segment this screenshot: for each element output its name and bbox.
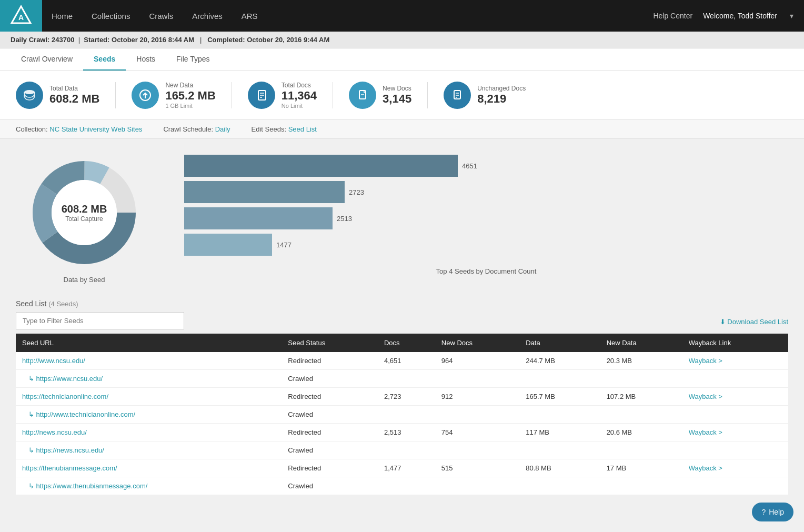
help-button[interactable]: ? Help xyxy=(752,503,793,511)
new-data-cell: 107.2 MB xyxy=(600,388,682,406)
edit-seeds-label: Edit Seeds: xyxy=(252,125,287,133)
sub-status-cell: Crawled xyxy=(282,406,378,424)
started-value: October 20, 2016 8:44 AM xyxy=(112,36,194,44)
wayback-cell: Wayback > xyxy=(682,388,788,406)
stat-unchanged-docs: Unchanged Docs 8,219 xyxy=(444,82,526,109)
wayback-link[interactable]: Wayback > xyxy=(689,464,722,472)
download-seed-list-link[interactable]: ⬇ Download Seed List xyxy=(720,318,788,326)
seed-list-link[interactable]: Seed List xyxy=(288,125,317,133)
nav-ars[interactable]: ARS xyxy=(232,0,267,32)
seed-url-link[interactable]: http://www.ncsu.edu/ xyxy=(22,357,85,365)
new-docs-cell: 754 xyxy=(435,424,519,441)
unchanged-docs-icon xyxy=(444,82,471,109)
docs-cell: 4,651 xyxy=(378,352,435,370)
bar-2 xyxy=(184,181,345,203)
total-docs-value: 11,364 xyxy=(282,89,317,103)
charts-section: 608.2 MB Total Capture Data by Seed 4651… xyxy=(0,139,804,299)
new-data-cell: 20.6 MB xyxy=(600,424,682,441)
new-docs-icon xyxy=(349,82,376,109)
table-row: http://news.ncsu.edu/ Redirected 2,513 7… xyxy=(16,424,788,441)
new-data-label: New Data xyxy=(165,82,215,89)
table-header-row: Seed URL Seed Status Docs New Docs Data … xyxy=(16,334,788,352)
tab-crawl-overview[interactable]: Crawl Overview xyxy=(11,48,83,71)
sub-row: ↳ http://www.technicianonline.com/ Crawl… xyxy=(16,406,788,424)
divider-3 xyxy=(333,82,333,108)
crawl-id: 243700 xyxy=(52,36,74,44)
data-cell: 244.7 MB xyxy=(519,352,600,370)
seed-status-cell: Redirected xyxy=(282,388,378,406)
sub-row: ↳ https://www.ncsu.edu/ Crawled xyxy=(16,370,788,388)
col-seed-url: Seed URL xyxy=(16,334,282,352)
sub-status-cell: Crawled xyxy=(282,370,378,388)
bar-row-4: 1477 xyxy=(184,234,788,256)
docs-cell: 2,723 xyxy=(378,388,435,406)
seed-url-link[interactable]: http://news.ncsu.edu/ xyxy=(22,428,87,436)
bar-chart-wrap: 4651 2723 2513 1477 Top 4 Seeds by Docum… xyxy=(184,155,788,275)
logo[interactable]: A xyxy=(0,0,42,32)
completed-value: October 20, 2016 9:44 AM xyxy=(247,36,329,44)
stat-total-data: Total Data 608.2 MB xyxy=(16,82,99,109)
wayback-link[interactable]: Wayback > xyxy=(689,428,722,436)
col-new-docs: New Docs xyxy=(435,334,519,352)
seed-filter-input[interactable] xyxy=(16,312,184,329)
seed-url-link[interactable]: https://technicianonline.com/ xyxy=(22,393,108,400)
new-docs-value: 3,145 xyxy=(383,92,411,106)
svg-point-2 xyxy=(24,90,35,94)
docs-cell: 1,477 xyxy=(378,459,435,477)
edit-seeds-meta: Edit Seeds: Seed List xyxy=(252,125,317,133)
new-data-cell: 17 MB xyxy=(600,459,682,477)
bar-chart: 4651 2723 2513 1477 xyxy=(184,155,788,256)
collection-label: Collection: xyxy=(16,125,48,133)
sub-url-link[interactable]: ↳ https://www.thenubianmessage.com/ xyxy=(28,482,147,490)
schedule-link[interactable]: Daily xyxy=(215,125,230,133)
sub-row: ↳ https://www.thenubianmessage.com/ Craw… xyxy=(16,477,788,495)
seed-list-title-wrap: Seed List (4 Seeds) xyxy=(16,299,78,308)
sub-url-cell: ↳ https://news.ncsu.edu/ xyxy=(16,441,282,459)
bar-3-value: 2513 xyxy=(337,215,358,223)
seed-status-cell: Redirected xyxy=(282,424,378,441)
bar-4-value: 1477 xyxy=(276,241,297,249)
tab-seeds[interactable]: Seeds xyxy=(83,48,126,71)
collection-link[interactable]: NC State University Web Sites xyxy=(49,125,142,133)
seed-url-cell: http://www.ncsu.edu/ xyxy=(16,352,282,370)
total-data-label: Total Data xyxy=(49,85,99,92)
data-cell: 80.8 MB xyxy=(519,459,600,477)
new-docs-cell: 912 xyxy=(435,388,519,406)
sub-url-link[interactable]: ↳ https://www.ncsu.edu/ xyxy=(28,375,103,383)
tab-hosts[interactable]: Hosts xyxy=(126,48,166,71)
seed-list-section: Seed List (4 Seeds) ⬇ Download Seed List… xyxy=(0,299,804,511)
seed-url-cell: http://news.ncsu.edu/ xyxy=(16,424,282,441)
new-data-value: 165.2 MB xyxy=(165,89,215,103)
divider-4 xyxy=(427,82,428,108)
stat-total-docs: Total Docs 11,364 No Limit xyxy=(248,82,317,109)
top-navigation: A Home Collections Crawls Archives ARS H… xyxy=(0,0,804,32)
donut-title: Data by Seed xyxy=(64,276,105,284)
bar-chart-title: Top 4 Seeds by Document Count xyxy=(184,267,788,275)
nav-archives[interactable]: Archives xyxy=(183,0,232,32)
nav-home[interactable]: Home xyxy=(42,0,82,32)
help-center-link[interactable]: Help Center xyxy=(653,12,692,20)
nav-right: Help Center Welcome, Todd Stoffer ▾ xyxy=(653,12,804,20)
wayback-link[interactable]: Wayback > xyxy=(689,393,722,400)
new-docs-cell: 515 xyxy=(435,459,519,477)
sub-url-link[interactable]: ↳ https://news.ncsu.edu/ xyxy=(28,446,104,454)
tab-file-types[interactable]: File Types xyxy=(166,48,220,71)
data-cell: 117 MB xyxy=(519,424,600,441)
bar-row-3: 2513 xyxy=(184,207,788,229)
nav-collections[interactable]: Collections xyxy=(82,0,139,32)
meta-row: Collection: NC State University Web Site… xyxy=(0,120,804,139)
new-data-icon xyxy=(132,82,159,109)
seed-list-title: Seed List xyxy=(16,299,46,308)
seed-list-header: Seed List (4 Seeds) xyxy=(16,299,788,308)
table-row: https://technicianonline.com/ Redirected… xyxy=(16,388,788,406)
unchanged-docs-label: Unchanged Docs xyxy=(477,85,526,92)
user-dropdown-arrow[interactable]: ▾ xyxy=(790,12,793,20)
new-docs-cell: 964 xyxy=(435,352,519,370)
sub-url-link[interactable]: ↳ http://www.technicianonline.com/ xyxy=(28,410,135,418)
wayback-link[interactable]: Wayback > xyxy=(689,357,722,365)
wayback-cell: Wayback > xyxy=(682,352,788,370)
crawl-bar: Daily Crawl: 243700 | Started: October 2… xyxy=(0,32,804,48)
nav-crawls[interactable]: Crawls xyxy=(139,0,183,32)
bar-3 xyxy=(184,207,333,229)
seed-url-link[interactable]: https://thenubianmessage.com/ xyxy=(22,464,117,472)
